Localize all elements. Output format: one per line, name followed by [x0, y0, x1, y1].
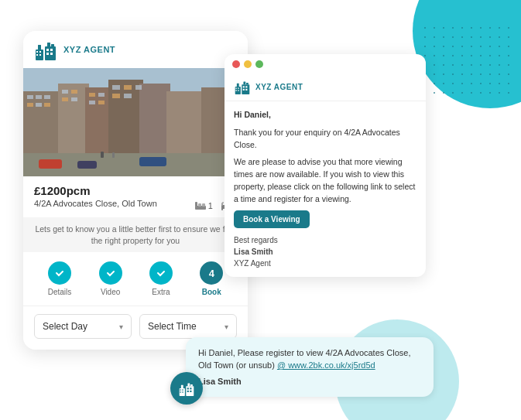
email-brand-name: XYZ AGENT: [255, 83, 303, 91]
svg-point-55: [53, 267, 66, 279]
address: 4/2A Advocates Close, Old Town: [34, 199, 157, 208]
svg-rect-28: [71, 90, 77, 94]
svg-point-56: [105, 267, 117, 279]
step-video: Video: [99, 261, 122, 296]
svg-rect-75: [190, 384, 193, 386]
email-window-controls: [225, 54, 426, 74]
svg-rect-43: [139, 157, 166, 166]
select-day-dropdown[interactable]: Select Day ▾: [34, 314, 132, 339]
sms-bubble: Hi Daniel, Please register to view 4/2A …: [186, 337, 434, 398]
email-signature: Best regards Lisa Smith XYZ Agent: [234, 234, 416, 269]
svg-rect-82: [187, 391, 189, 392]
svg-rect-35: [112, 85, 120, 90]
step-extra: Extra: [149, 261, 173, 296]
deco-dots: [420, 23, 513, 101]
email-signer-name: Lisa Smith: [234, 246, 416, 258]
svg-rect-51: [221, 205, 223, 210]
price: £1200pcm: [34, 184, 237, 197]
email-brand-row: XYZ AGENT: [225, 74, 426, 101]
svg-rect-65: [235, 90, 236, 90]
svg-rect-44: [101, 152, 104, 158]
svg-rect-6: [39, 51, 41, 53]
svg-rect-47: [195, 202, 197, 207]
svg-rect-77: [182, 389, 183, 390]
property-info: £1200pcm 4/2A Advocates Close, Old Town …: [23, 176, 248, 217]
step-book: 4 Book: [200, 261, 223, 296]
svg-rect-74: [187, 384, 190, 387]
property-image: [23, 68, 248, 176]
svg-rect-67: [243, 86, 245, 87]
select-day-label: Select Day: [43, 321, 87, 332]
svg-rect-12: [50, 53, 53, 55]
svg-rect-32: [98, 93, 105, 97]
check-icon-details: [53, 267, 66, 279]
bed-amenity: 1: [195, 201, 213, 210]
svg-rect-79: [182, 391, 183, 392]
svg-rect-11: [46, 53, 49, 55]
svg-rect-26: [44, 103, 50, 107]
floating-logo-button[interactable]: [170, 372, 203, 405]
chevron-down-icon-time: ▾: [225, 323, 228, 331]
svg-rect-66: [238, 90, 238, 90]
svg-rect-27: [62, 90, 68, 94]
sms-link[interactable]: @ www.2bk.co.uk/xj5rd5d: [277, 360, 375, 370]
svg-rect-37: [135, 85, 142, 90]
dropdowns-row: Select Day ▾ Select Time ▾: [34, 314, 237, 339]
select-time-dropdown[interactable]: Select Time ▾: [139, 314, 237, 339]
svg-rect-72: [181, 385, 183, 388]
tagline-section: Lets get to know you a little better fir…: [23, 217, 248, 252]
svg-rect-48: [198, 203, 201, 207]
svg-rect-83: [190, 391, 191, 392]
tagline-text: Lets get to know you a little better fir…: [35, 224, 235, 245]
minimize-dot: [244, 60, 252, 68]
step-circle-details: [48, 261, 71, 285]
step-number-book: 4: [209, 268, 214, 279]
svg-rect-1: [38, 45, 41, 50]
svg-rect-45: [112, 152, 115, 158]
svg-rect-61: [243, 82, 245, 85]
svg-rect-62: [246, 83, 249, 84]
book-viewing-button[interactable]: Book a Viewing: [234, 210, 310, 228]
email-signer-company: XYZ Agent: [234, 259, 271, 268]
close-dot: [232, 60, 240, 68]
svg-rect-25: [36, 103, 42, 107]
svg-rect-39: [124, 94, 132, 98]
svg-rect-34: [98, 101, 105, 104]
email-body: Hi Daniel, Thank you for your enquiry on…: [225, 101, 426, 277]
bed-icon: [195, 202, 206, 210]
svg-rect-42: [77, 161, 97, 169]
bed-count: 1: [208, 201, 213, 210]
svg-rect-33: [89, 101, 95, 104]
sms-sender: Lisa Smith: [198, 375, 421, 388]
svg-rect-69: [243, 89, 245, 90]
svg-rect-59: [237, 84, 239, 87]
svg-rect-23: [44, 95, 50, 99]
svg-rect-8: [39, 54, 41, 56]
svg-rect-78: [180, 391, 180, 392]
select-time-label: Select Time: [148, 321, 197, 332]
email-sign-off: Best regards: [234, 236, 278, 244]
chevron-down-icon-day: ▾: [119, 323, 123, 331]
svg-rect-29: [62, 97, 68, 101]
email-paragraph1: Thank you for your enquiry on 4/2A Advoc…: [234, 127, 416, 152]
step-label-video: Video: [101, 288, 120, 296]
svg-rect-7: [36, 54, 38, 56]
step-circle-book: 4: [200, 261, 223, 285]
email-greeting: Hi Daniel,: [234, 109, 416, 121]
check-icon-video: [105, 267, 117, 279]
svg-rect-30: [71, 97, 77, 101]
svg-rect-41: [39, 159, 62, 169]
email-paragraph2: We are please to advise you that more vi…: [234, 156, 416, 205]
building-scene: [23, 68, 248, 176]
check-icon-extra: [155, 267, 167, 279]
svg-rect-68: [245, 86, 247, 87]
step-label-book: Book: [202, 288, 221, 296]
logo-icon: [34, 39, 57, 60]
svg-rect-63: [235, 87, 236, 88]
step-details: Details: [48, 261, 72, 296]
svg-rect-49: [202, 203, 205, 207]
step-circle-extra: [149, 261, 173, 285]
email-panel: XYZ AGENT Hi Daniel, Thank you for your …: [225, 54, 426, 277]
svg-rect-10: [50, 49, 53, 51]
brand-name: XYZ AGENT: [63, 45, 115, 54]
